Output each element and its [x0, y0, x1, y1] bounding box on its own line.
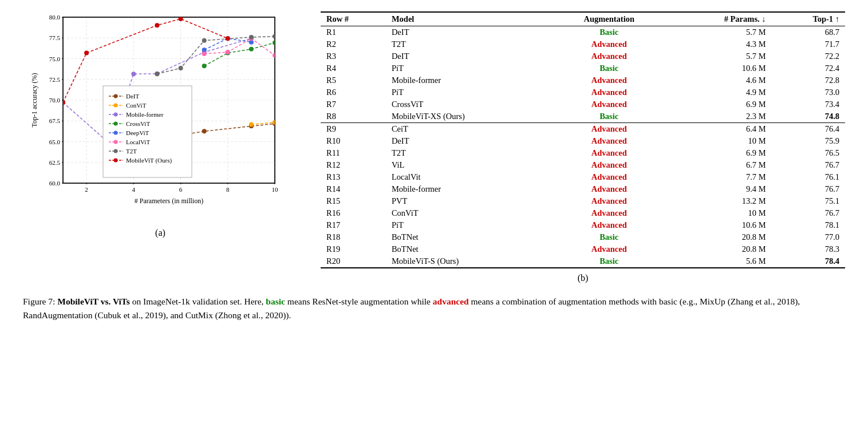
cell-params: 5.7 M	[669, 26, 771, 39]
cell-aug: Advanced	[549, 38, 669, 50]
svg-text:MobileViT (Ours): MobileViT (Ours)	[126, 157, 172, 164]
cell-model: CrossViT	[386, 98, 549, 110]
svg-point-95	[114, 131, 118, 135]
svg-point-83	[114, 94, 118, 98]
table-row: R15 PVT Advanced 13.2 M 75.1	[321, 195, 845, 207]
cell-top1: 73.4	[772, 98, 845, 110]
cell-top1: 78.4	[772, 255, 845, 268]
svg-text:80.0: 80.0	[49, 14, 61, 21]
svg-point-60	[202, 64, 207, 68]
svg-text:CrossViT: CrossViT	[126, 120, 150, 127]
cell-params: 7.7 M	[669, 171, 771, 183]
caption-green-word: basic	[266, 296, 285, 306]
cell-aug: Advanced	[549, 159, 669, 171]
cell-aug: Advanced	[549, 243, 669, 255]
table-row: R6 PiT Advanced 4.9 M 73.0	[321, 86, 845, 98]
table-row: R16 ConViT Advanced 10 M 76.7	[321, 207, 845, 219]
cell-model: ConViT	[386, 207, 549, 219]
svg-text:72.5: 72.5	[49, 76, 61, 83]
svg-text:DeIT: DeIT	[126, 93, 139, 100]
svg-text:60.0: 60.0	[49, 180, 61, 187]
cell-row: R17	[321, 219, 386, 231]
cell-top1: 75.1	[772, 195, 845, 207]
cell-top1: 76.5	[772, 147, 845, 159]
cell-row: R12	[321, 159, 386, 171]
cell-aug: Advanced	[549, 86, 669, 98]
svg-point-56	[131, 72, 136, 76]
svg-point-75	[273, 34, 277, 39]
table-row: R17 PiT Advanced 10.6 M 78.1	[321, 219, 845, 231]
cell-model: DeIT	[386, 50, 549, 62]
cell-aug: Advanced	[549, 98, 669, 110]
cell-row: R8	[321, 110, 386, 123]
svg-text:DeepViT: DeepViT	[126, 129, 149, 136]
cell-aug: Advanced	[549, 207, 669, 219]
cell-row: R10	[321, 135, 386, 147]
cell-row: R20	[321, 255, 386, 268]
table-row: R8 MobileViT-XS (Ours) Basic 2.3 M 74.8	[321, 110, 845, 123]
svg-point-63	[273, 41, 277, 45]
cell-model: T2T	[386, 147, 549, 159]
svg-point-79	[179, 17, 183, 21]
cell-top1: 76.7	[772, 159, 845, 171]
svg-point-89	[114, 113, 118, 117]
table-label-b: (b)	[578, 273, 589, 283]
cell-top1: 68.7	[772, 26, 845, 39]
cell-row: R16	[321, 207, 386, 219]
chart-svg: 80.0 77.5 75.0 72.5 70.0 67.5 65.0 62.5 …	[29, 11, 292, 223]
cell-model: PiT	[386, 86, 549, 98]
header-model: Model	[386, 12, 549, 26]
table-panel: Row # Model Augmentation # Params. ↓ Top…	[321, 11, 845, 283]
svg-point-80	[226, 36, 230, 41]
svg-text:# Parameters (in million): # Parameters (in million)	[135, 197, 203, 205]
cell-top1: 71.7	[772, 38, 845, 50]
svg-point-101	[114, 149, 118, 153]
cell-params: 10 M	[669, 135, 771, 147]
cell-aug: Advanced	[549, 195, 669, 207]
svg-text:6: 6	[179, 186, 183, 193]
svg-text:65.0: 65.0	[49, 139, 61, 145]
cell-params: 20.8 M	[669, 243, 771, 255]
svg-point-104	[114, 159, 118, 163]
table-row: R18 BoTNet Basic 20.8 M 77.0	[321, 231, 845, 243]
cell-row: R5	[321, 74, 386, 86]
cell-params: 4.3 M	[669, 38, 771, 50]
svg-point-78	[155, 23, 159, 27]
header-row: Row #	[321, 12, 386, 26]
caption-bold: MobileViT vs. ViTs	[57, 296, 129, 306]
cell-aug: Advanced	[549, 183, 669, 195]
cell-params: 10.6 M	[669, 219, 771, 231]
table-row: R11 T2T Advanced 6.9 M 76.5	[321, 147, 845, 159]
caption-red-word: advanced	[433, 296, 469, 306]
cell-model: PVT	[386, 195, 549, 207]
cell-aug: Advanced	[549, 135, 669, 147]
svg-text:Top-1 accuracy (%): Top-1 accuracy (%)	[30, 73, 38, 127]
cell-top1: 72.8	[772, 74, 845, 86]
cell-aug: Basic	[549, 26, 669, 39]
svg-text:LocalViT: LocalViT	[126, 139, 150, 145]
cell-row: R15	[321, 195, 386, 207]
svg-point-74	[249, 35, 254, 39]
svg-text:Mobile-former: Mobile-former	[126, 111, 164, 118]
cell-model: DeIT	[386, 135, 549, 147]
comparison-table: Row # Model Augmentation # Params. ↓ Top…	[321, 11, 845, 268]
table-row: R20 MobileViT-S (Ours) Basic 5.6 M 78.4	[321, 255, 845, 268]
table-row: R1 DeIT Basic 5.7 M 68.7	[321, 26, 845, 39]
cell-params: 9.4 M	[669, 183, 771, 195]
svg-point-53	[273, 120, 277, 125]
cell-params: 5.6 M	[669, 255, 771, 268]
cell-row: R3	[321, 50, 386, 62]
cell-aug: Advanced	[549, 50, 669, 62]
svg-text:67.5: 67.5	[49, 117, 61, 124]
cell-top1: 75.9	[772, 135, 845, 147]
cell-aug: Basic	[549, 231, 669, 243]
cell-model: ViL	[386, 159, 549, 171]
cell-row: R14	[321, 183, 386, 195]
cell-model: CeiT	[386, 123, 549, 136]
cell-top1: 76.1	[772, 171, 845, 183]
cell-top1: 73.0	[772, 86, 845, 98]
svg-text:75.0: 75.0	[49, 56, 61, 62]
cell-top1: 77.0	[772, 231, 845, 243]
svg-point-98	[114, 140, 118, 144]
table-row: R12 ViL Advanced 6.7 M 76.7	[321, 159, 845, 171]
